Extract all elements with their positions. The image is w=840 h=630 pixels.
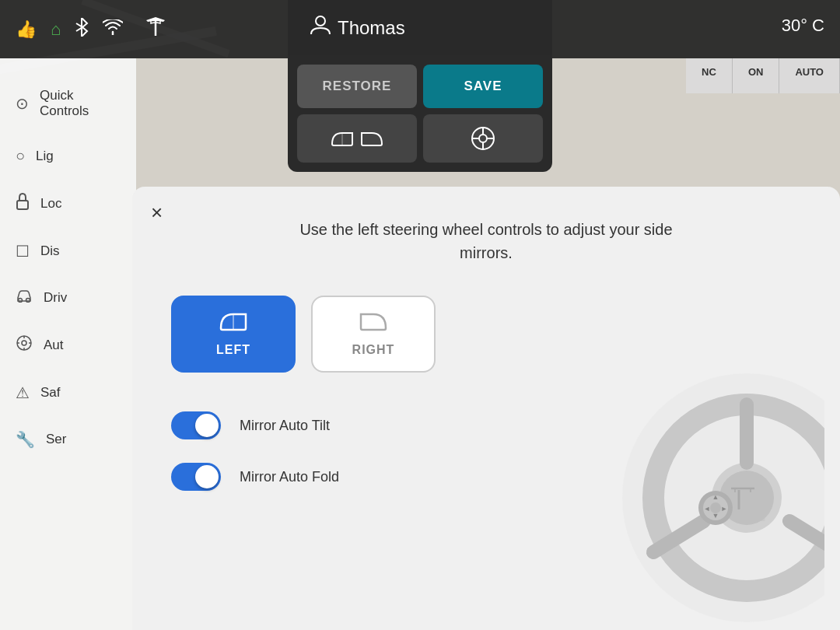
sidebar-label-locks: Loc	[40, 196, 61, 212]
svg-text:T: T	[751, 488, 773, 529]
profile-dropdown: RESTORE SAVE	[288, 55, 552, 172]
left-label: LEFT	[216, 343, 250, 357]
sidebar: ⊙ Quick Controls ○ Lig Loc ☐ Dis Driv	[0, 58, 136, 630]
status-auto: AUTO	[779, 58, 840, 93]
sidebar-item-safety[interactable]: ⚠ Saf	[0, 369, 136, 416]
display-icon: ☐	[16, 242, 30, 261]
autopilot-icon	[16, 334, 33, 355]
right-label: RIGHT	[352, 343, 395, 357]
home-icon: ⌂	[51, 19, 61, 40]
auto-fold-toggle[interactable]	[171, 463, 221, 491]
svg-point-5	[26, 299, 30, 303]
auto-tilt-toggle[interactable]	[171, 411, 221, 439]
sidebar-label-lights: Lig	[36, 149, 54, 164]
steering-wheel-visual: ▲ ▼ ◄ ► T	[576, 342, 824, 630]
left-mirror-icon	[219, 311, 247, 337]
steering-dropdown-button[interactable]	[423, 114, 543, 163]
svg-point-7	[22, 341, 26, 345]
lights-icon: ○	[16, 147, 25, 165]
sidebar-item-autopilot[interactable]: Aut	[0, 320, 136, 369]
sidebar-label-safety: Saf	[40, 385, 61, 401]
bluetooth-icon	[75, 18, 89, 41]
status-on: ON	[733, 58, 780, 93]
sidebar-label-driving: Driv	[44, 290, 67, 306]
left-mirror-button[interactable]: LEFT	[171, 296, 296, 373]
profile-area: Thomas RESTORE SAVE	[288, 0, 552, 172]
main-modal: × Use the left steering wheel controls t…	[132, 187, 840, 630]
sidebar-item-quick-controls[interactable]: ⊙ Quick Controls	[0, 74, 136, 133]
svg-point-2	[479, 135, 487, 142]
sidebar-label-display: Dis	[40, 243, 60, 259]
profile-button[interactable]: Thomas	[288, 0, 552, 55]
modal-instruction: Use the left steering wheel controls to …	[299, 218, 673, 264]
sidebar-item-service[interactable]: 🔧 Ser	[0, 416, 136, 463]
quick-controls-icon: ⊙	[16, 94, 29, 113]
driving-icon	[16, 289, 33, 306]
svg-text:◄: ◄	[704, 505, 711, 513]
svg-point-0	[316, 16, 325, 26]
auto-tilt-label: Mirror Auto Tilt	[240, 418, 330, 434]
profile-icon	[310, 14, 331, 41]
tesla-logo	[143, 14, 168, 44]
username: Thomas	[338, 17, 405, 39]
svg-rect-3	[17, 201, 28, 209]
sidebar-item-display[interactable]: ☐ Dis	[0, 228, 136, 275]
sidebar-item-locks[interactable]: Loc	[0, 179, 136, 228]
sidebar-item-lights[interactable]: ○ Lig	[0, 133, 136, 179]
thumb-icon: 👍	[16, 19, 37, 40]
right-mirror-icon	[359, 311, 387, 337]
svg-text:►: ►	[721, 505, 728, 513]
temperature-display: 30° C	[782, 16, 824, 36]
save-button[interactable]: SAVE	[423, 65, 543, 108]
safety-icon: ⚠	[16, 383, 30, 402]
auto-fold-label: Mirror Auto Fold	[240, 469, 339, 485]
right-mirror-button[interactable]: RIGHT	[311, 296, 436, 373]
status-nc: NC	[686, 58, 733, 93]
close-button[interactable]: ×	[151, 202, 163, 222]
sidebar-label-autopilot: Aut	[44, 338, 64, 353]
mirror-left-button[interactable]	[297, 114, 417, 163]
sidebar-item-driving[interactable]: Driv	[0, 275, 136, 320]
svg-point-21	[710, 502, 721, 513]
status-pills: NC ON AUTO	[686, 58, 840, 93]
service-icon: 🔧	[16, 430, 35, 449]
sidebar-label-service: Ser	[46, 432, 66, 447]
restore-button[interactable]: RESTORE	[297, 65, 417, 108]
wifi-icon	[103, 19, 123, 40]
svg-point-4	[19, 299, 23, 303]
locks-icon	[16, 193, 30, 214]
svg-text:▲: ▲	[712, 493, 719, 501]
sidebar-item-label: Quick Controls	[40, 88, 121, 119]
